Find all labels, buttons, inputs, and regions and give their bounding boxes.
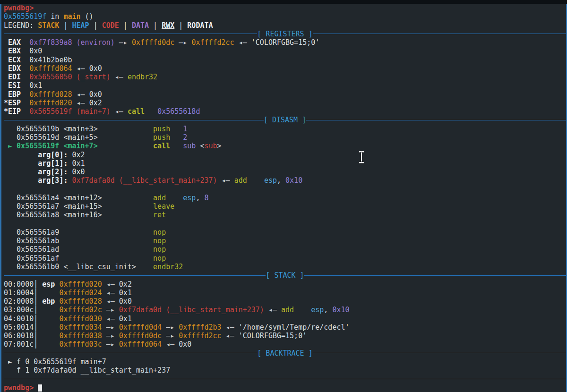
terminal-token: EBX [8, 47, 21, 55]
terminal-token: ◂— [102, 315, 119, 323]
prompt-line-current: pwndbg> [4, 383, 566, 392]
terminal-token: ◂— [102, 297, 119, 306]
terminal-token: 0x5655619f [4, 12, 46, 21]
terminal-token: 0x41b2be0b [29, 56, 72, 64]
terminal-token: CODE [102, 21, 119, 30]
stack-row: 04:0010│ 0xffffd030 ◂— 0x1 [4, 315, 566, 323]
terminal-token: EBP [8, 90, 21, 99]
terminal-token: arg[3]: [38, 176, 68, 185]
terminal-token: nop [153, 245, 166, 254]
terminal-token: f 1 0xf7dafa0d __libc_start_main+237 [4, 366, 170, 375]
terminal-token: 'COLORFGBG=15;0' [239, 332, 307, 340]
terminal-token: HEAP [72, 21, 89, 30]
separator-segment [4, 120, 264, 120]
terminal-token: ◂— [264, 306, 281, 314]
terminal-token: 0xffffd0dc [132, 38, 174, 47]
terminal-token: ◂— [162, 340, 179, 349]
stack-row: 05:0014│ 0xffffd034 —▸ 0xffffd0d4 —▸ 0xf… [4, 323, 566, 332]
disasm-row: 0x565561a8 <main+16> ret [4, 211, 566, 219]
terminal-token: 0xffffd038 [59, 332, 102, 340]
mouse-ibeam-cursor [358, 150, 365, 164]
blank-line [4, 185, 566, 194]
disasm-row: 0x5655619b <main+3> push 1 [4, 125, 566, 133]
terminal-token: 0x565561ad [4, 245, 59, 254]
terminal-token: ◂— [102, 280, 119, 289]
disasm-row: 0x565561a9 nop [4, 228, 566, 237]
terminal-token: arg[1]: [38, 159, 68, 168]
terminal-token: 0x0 [179, 340, 191, 349]
terminal-token: 0x565561a9 [4, 228, 59, 237]
terminal-token [166, 194, 183, 202]
section-header-disasm: [ DISASM ] [4, 116, 566, 124]
terminal-token: 1 [183, 125, 187, 133]
legend-line: LEGEND: STACK | HEAP | CODE | DATA | RWX… [4, 21, 566, 30]
terminal-token: 0x10 [285, 176, 302, 185]
terminal-token [4, 38, 8, 47]
terminal-token: 0x5655619b <main+3> [4, 125, 98, 133]
terminal-token: ◂— [72, 64, 89, 73]
terminal-token: 0x565561af [4, 254, 59, 263]
status-line: 0x5655619f in main () [4, 12, 566, 21]
terminal-token: 0x0 [29, 47, 42, 55]
terminal-token: arg[0]: [38, 151, 68, 159]
terminal-token: ◂— [222, 332, 239, 340]
terminal-token: 0x565561ab [4, 237, 59, 245]
terminal-token [4, 151, 38, 159]
terminal-token [4, 90, 8, 99]
terminal-token: 0x5655618d [157, 107, 200, 116]
terminal-token: ◂— [222, 323, 239, 332]
terminal-token: in [46, 12, 63, 21]
terminal-token [102, 211, 153, 219]
terminal-token: ECX [8, 56, 21, 64]
terminal-token: call [153, 142, 170, 150]
disasm-arg-row: arg[1]: 0x1 [4, 159, 566, 168]
stack-row: 00:0000│ esp 0xffffd020 ◂— 0x2 [4, 280, 566, 289]
terminal-token: —▸ [174, 38, 191, 47]
terminal-token: leave [153, 202, 174, 211]
terminal-token [21, 47, 29, 55]
terminal-token: > [217, 142, 222, 150]
terminal-token: arg[2]: [38, 168, 68, 176]
terminal-token: 0xffffd028 [29, 90, 72, 99]
terminal-token: 0xffffd2b3 [179, 323, 221, 332]
terminal-token [4, 64, 8, 73]
terminal-screen[interactable]: pwndbg>0x5655619f in main ()LEGEND: STAC… [0, 0, 567, 392]
terminal-token: 0x2 [89, 99, 102, 107]
terminal-token: 'COLORFGBG=15;0' [251, 38, 320, 47]
terminal-token [294, 306, 311, 314]
section-title: [ BACKTRACE ] [257, 349, 312, 358]
separator-segment [4, 353, 257, 353]
terminal-token: *ESP [4, 99, 21, 107]
terminal-token: | [59, 21, 72, 30]
terminal-token: esp [183, 194, 196, 202]
terminal-token: esp [311, 306, 324, 314]
terminal-token: 07:001c│ [4, 340, 59, 349]
terminal-token: esp [42, 280, 55, 289]
terminal-token [21, 90, 29, 99]
terminal-token: 0x565561b0 <__libc_csu_init> [4, 263, 136, 271]
terminal-token: 0x5655619f <main+7> [17, 142, 98, 150]
terminal-token: | [174, 21, 187, 30]
terminal-token: esp [264, 176, 277, 185]
terminal-token: EDX [8, 64, 21, 73]
separator-segment [4, 275, 266, 276]
terminal-token: 04:0010│ [4, 315, 59, 323]
terminal-token: —▸ [162, 332, 179, 340]
terminal-token: 05:0014│ [4, 323, 59, 332]
terminal-token: 0xffffd2cc [191, 38, 234, 47]
section-header-registers: [ REGISTERS ] [4, 30, 566, 38]
separator-segment [313, 353, 566, 353]
register-row-ebx: EBX 0x0 [4, 47, 566, 55]
register-row-eax: EAX 0xf7f839a8 (environ) —▸ 0xffffd0dc —… [4, 38, 566, 47]
separator-line [4, 375, 566, 383]
terminal-token: 0x0 [119, 297, 132, 306]
terminal-token: 0xffffd0dc [119, 332, 162, 340]
terminal-token [21, 81, 29, 90]
terminal-token: 0x2 [119, 280, 132, 289]
terminal-token: 0xffffd03c [59, 340, 102, 349]
terminal-token [59, 254, 153, 263]
terminal-token: f 0 0x5655619f main+7 [17, 358, 106, 366]
terminal-token: EDI [8, 73, 21, 81]
terminal-token: | [149, 21, 162, 30]
terminal-token [247, 176, 264, 185]
